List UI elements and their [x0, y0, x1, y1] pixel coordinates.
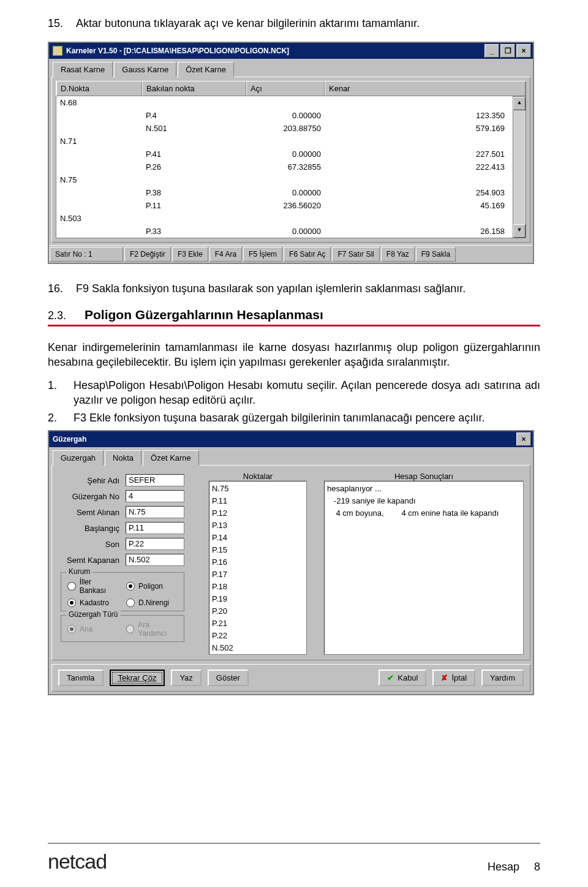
check-icon: ✔	[387, 673, 394, 682]
input-guzergah-no[interactable]: 4	[126, 490, 184, 502]
list-item[interactable]: P.13	[212, 519, 304, 532]
btn-yaz[interactable]: Yaz	[171, 670, 201, 686]
list-item[interactable]: P.12	[212, 507, 304, 519]
tab-guzergah[interactable]: Guzergah	[53, 450, 104, 466]
radio-ara-yardimci[interactable]: Ara Yardımcı	[126, 621, 178, 638]
input-semt-kapanan[interactable]: N.502	[126, 554, 184, 566]
titlebar: Karneler V1.50 - [D:\CALISMA\HESAP\POLIG…	[49, 43, 533, 59]
legend-kurum: Kurum	[66, 567, 92, 576]
paragraph: Kenar indirgemelerinin tamamlanması ile …	[48, 340, 540, 370]
noktalar-list[interactable]: N.75P.11P.12P.13P.14P.15P.16P.17P.18P.19…	[209, 481, 307, 655]
list-item[interactable]: P.11	[212, 495, 304, 507]
list-item[interactable]: P.19	[212, 593, 304, 605]
list-item[interactable]: P.14	[212, 532, 304, 544]
list-item[interactable]: N.75	[212, 483, 304, 495]
section-rule	[48, 325, 540, 326]
list-item[interactable]: P.17	[212, 568, 304, 581]
col-bakilan[interactable]: Bakılan nokta	[142, 81, 246, 96]
page-number: 8	[534, 861, 540, 874]
status-f9[interactable]: F9 Sakla	[416, 247, 456, 262]
table-row[interactable]: N.75	[56, 173, 513, 186]
list-text: F3 Ekle fonksiyon tuşuna basarak güzerga…	[74, 410, 540, 425]
list-item[interactable]: N.502	[212, 642, 304, 654]
tab-gauss-karne[interactable]: Gauss Karne	[114, 62, 176, 77]
radio-dnirengi[interactable]: D.Nirengi	[126, 598, 178, 607]
radio-poligon[interactable]: Poligon	[126, 578, 178, 595]
table-row[interactable]: P.2667.32855222.413	[56, 160, 513, 173]
list-item[interactable]: P.20	[212, 605, 304, 617]
button-bar: Tanımla Tekrar Çöz Yaz Göster ✔Kabul ✘İp…	[51, 664, 530, 692]
table-row[interactable]: P.380.00000254.903	[56, 186, 513, 199]
sonuc-list[interactable]: hesaplanıyor ... -219 saniye ile kapandı…	[324, 481, 524, 655]
table-row[interactable]: P.410.00000227.501	[56, 148, 513, 160]
input-son[interactable]: P.22	[126, 538, 184, 550]
btn-kabul[interactable]: ✔Kabul	[379, 670, 426, 686]
table-row[interactable]: P.40.00000123.350	[56, 109, 513, 122]
scroll-up-button[interactable]: ▲	[513, 97, 526, 110]
label-guzergah-no: Güzergah No	[58, 492, 119, 501]
window-title: Karneler V1.50 - [D:\CALISMA\HESAP\POLIG…	[66, 47, 289, 55]
vertical-scrollbar[interactable]: ▲ ▼	[513, 96, 526, 238]
col-kenar[interactable]: Kenar	[325, 81, 526, 96]
scroll-track[interactable]	[513, 110, 526, 224]
btn-tekrar-coz[interactable]: Tekrar Çöz	[110, 670, 165, 686]
label-baslangic: Başlangıç	[58, 524, 119, 533]
logo: netcad	[48, 850, 107, 874]
status-f4[interactable]: F4 Ara	[209, 247, 242, 262]
legend-turu: Güzergah Türü	[66, 610, 121, 619]
input-baslangic[interactable]: P.11	[126, 522, 184, 534]
maximize-button[interactable]: ❐	[500, 44, 515, 58]
table-row[interactable]: N.503	[56, 212, 513, 225]
grid-headers: D.Nokta Bakılan nokta Açı Kenar	[56, 81, 526, 96]
minimize-button[interactable]: _	[484, 44, 499, 58]
scroll-down-button[interactable]: ▼	[513, 224, 526, 238]
list-item: hesaplanıyor ...	[327, 483, 521, 495]
footer-label: Hesap	[488, 861, 519, 874]
x-icon: ✘	[441, 673, 448, 682]
status-f8[interactable]: F8 Yaz	[381, 247, 415, 262]
btn-iptal[interactable]: ✘İptal	[432, 670, 475, 686]
table-row[interactable]: P.330.0000026.158	[56, 225, 513, 238]
label-semt-kapanan: Semt Kapanan	[58, 556, 119, 565]
groupbox-guzergah-turu: Güzergah Türü Ana Ara Yardımcı	[61, 615, 184, 642]
list-number: 15.	[48, 16, 66, 31]
radio-kadastro[interactable]: Kadastro	[67, 598, 119, 607]
status-row-no: Satır No : 1	[50, 247, 123, 262]
col-aci[interactable]: Açı	[246, 81, 325, 96]
col-dnokta[interactable]: D.Nokta	[56, 81, 142, 96]
btn-tanimla[interactable]: Tanımla	[58, 670, 104, 686]
radio-ana[interactable]: Ana	[67, 621, 119, 638]
table-row[interactable]: N.71	[56, 135, 513, 148]
status-f3[interactable]: F3 Ekle	[172, 247, 208, 262]
app-icon	[53, 46, 62, 56]
statusbar: Satır No : 1 F2 Değiştir F3 Ekle F4 Ara …	[49, 245, 533, 263]
table-row[interactable]: N.68	[56, 96, 513, 109]
section-number: 2.3.	[48, 309, 66, 322]
status-f5[interactable]: F5 İşlem	[243, 247, 282, 262]
tab-ozet-karne[interactable]: Özet Karne	[178, 62, 234, 77]
list-item[interactable]: P.16	[212, 556, 304, 568]
list-item[interactable]: P.15	[212, 544, 304, 556]
input-sehir[interactable]: SEFER	[126, 474, 184, 486]
list-item[interactable]: P.22	[212, 630, 304, 642]
table-row[interactable]: P.11236.5602045.169	[56, 199, 513, 212]
grid-body[interactable]: N.68P.40.00000123.350N.501203.88750579.1…	[56, 96, 513, 238]
status-f7[interactable]: F7 Satır Sil	[332, 247, 379, 262]
table-row[interactable]: N.501203.88750579.169	[56, 122, 513, 135]
footer: netcad Hesap 8	[48, 843, 540, 874]
status-f6[interactable]: F6 Satır Aç	[284, 247, 331, 262]
tab-ozet-karne[interactable]: Özet Karne	[143, 450, 199, 466]
input-semt-alinan[interactable]: N.75	[126, 506, 184, 518]
list-item[interactable]: P.21	[212, 617, 304, 630]
btn-goster[interactable]: Göster	[208, 670, 249, 686]
list-item[interactable]: P.18	[212, 581, 304, 593]
tab-rasat-karne[interactable]: Rasat Karne	[53, 62, 113, 77]
status-f2[interactable]: F2 Değiştir	[124, 247, 171, 262]
label-semt-alinan: Semt Alınan	[58, 508, 119, 517]
btn-yardim[interactable]: Yardım	[481, 670, 524, 686]
tab-nokta[interactable]: Nokta	[105, 450, 141, 466]
list-text: Hesap\Poligon Hesabı\Poligon Hesabı komu…	[74, 378, 540, 408]
radio-iller-bankasi[interactable]: İller Bankası	[67, 578, 119, 595]
close-button[interactable]: ×	[516, 432, 531, 446]
close-button[interactable]: ×	[516, 44, 531, 58]
